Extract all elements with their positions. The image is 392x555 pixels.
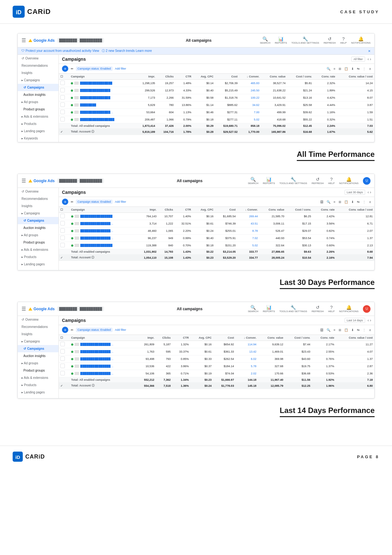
td-checkbox[interactable] — [59, 355, 70, 363]
td-campaign[interactable]: ███████████████ — [69, 94, 135, 102]
add-filter-button-30[interactable]: Add filter — [115, 200, 126, 203]
more-icon[interactable]: ⋮ — [363, 67, 366, 71]
notifications-icon-group[interactable]: 🔔NOTIFICATIONS — [351, 36, 371, 44]
sidebar-item-ad-groups-14[interactable]: ▸ Ad groups — [18, 360, 58, 367]
columns-icon-30[interactable]: ⊞ — [339, 200, 341, 204]
hamburger-icon-30[interactable]: ☰ — [21, 178, 26, 184]
sidebar-item-products[interactable]: ▸ Products — [18, 120, 58, 127]
td-campaign[interactable]: ████████████████ — [69, 80, 135, 87]
user-avatar-14[interactable]: U — [363, 305, 371, 313]
download-icon-30[interactable]: ⬇ — [351, 200, 354, 204]
td-campaign[interactable]: ████████████████████ — [70, 363, 137, 370]
td-campaign[interactable]: ██████████████████████ — [69, 109, 135, 116]
sidebar-item-recommendations-30[interactable]: Recommendations — [18, 195, 58, 202]
td-checkbox[interactable] — [59, 235, 70, 242]
sidebar-item-landing-pages-14[interactable]: ▸ Landing pages — [18, 389, 58, 396]
sidebar-item-product-groups-14[interactable]: Product groups — [18, 367, 58, 374]
sidebar-item-product-groups-30[interactable]: Product groups — [18, 239, 58, 246]
sidebar-item-insights[interactable]: Insights — [18, 69, 58, 77]
nav-arrows[interactable]: ‹ › — [368, 57, 371, 61]
pencil-icon-30[interactable]: ✏ — [71, 200, 73, 204]
sidebar-item-product-groups[interactable]: Product groups — [18, 106, 58, 113]
notifications-icon-group-30[interactable]: 🔔NOTIFICATIONS — [339, 177, 358, 185]
td-checkbox[interactable] — [59, 94, 69, 102]
td-checkbox[interactable] — [59, 213, 70, 220]
td-campaign[interactable]: ████████████████ — [70, 242, 136, 249]
td-campaign[interactable]: ████████████████████ — [70, 355, 137, 363]
refresh-icon-group-30[interactable]: ↺REFRESH — [312, 177, 324, 185]
td-checkbox[interactable] — [59, 363, 70, 370]
sidebar-item-campaigns-header-14[interactable]: ▸ Campaigns — [18, 338, 58, 345]
sidebar-item-auction-insights[interactable]: Auction insights — [18, 91, 58, 98]
notifications-icon-group-14[interactable]: 🔔NOTIFICATIONS — [339, 305, 358, 313]
td-checkbox[interactable] — [59, 341, 70, 348]
add-filter-button-14[interactable]: Add filter — [115, 328, 126, 331]
sidebar-item-ad-groups[interactable]: ▸ Ad groups — [18, 98, 58, 106]
sidebar-item-landing-pages[interactable]: ▸ Landing pages — [18, 127, 58, 135]
search-icon-group[interactable]: 🔍SEARCH — [260, 36, 270, 44]
td-checkbox[interactable] — [59, 87, 69, 94]
search-icon[interactable]: 🔍 — [327, 67, 330, 71]
photo-icon-30[interactable]: 🖼 — [320, 200, 323, 204]
reports-icon-group-14[interactable]: 📊REPORTS — [263, 305, 275, 313]
help-icon-group[interactable]: ?HELP — [340, 36, 347, 44]
photo-icon-14[interactable]: 🖼 — [320, 328, 323, 332]
columns-icon[interactable]: ⊞ — [339, 67, 341, 71]
refresh-icon-group[interactable]: ↺REFRESH — [324, 36, 336, 44]
segment-icon[interactable]: ≡ — [334, 67, 335, 71]
hamburger-icon[interactable]: ☰ — [21, 37, 26, 43]
td-checkbox[interactable] — [59, 109, 69, 116]
collapse-icon-30[interactable]: ∧ — [369, 200, 371, 204]
segment-icon-30[interactable]: ≡ — [334, 200, 335, 204]
td-checkbox[interactable] — [59, 116, 69, 123]
add-campaign-button-14[interactable]: + — [62, 327, 68, 333]
sidebar-item-overview-30[interactable]: ↺ Overview — [18, 188, 58, 195]
td-checkbox[interactable] — [59, 220, 70, 227]
sidebar-item-ad-groups-30[interactable]: ▸ Ad groups — [18, 231, 58, 239]
td-campaign[interactable]: ██████████████████████ — [70, 235, 136, 242]
help-icon-group-14[interactable]: ?HELP — [328, 305, 335, 313]
collapse-icon-14[interactable]: ∧ — [369, 328, 371, 332]
sidebar-item-auction-insights-14[interactable]: Auction insights — [18, 352, 58, 360]
add-campaign-button[interactable]: + — [62, 65, 68, 72]
expand-icon[interactable]: ⇆ — [357, 67, 359, 71]
refresh-icon-group-14[interactable]: ↺REFRESH — [312, 305, 324, 313]
pencil-icon[interactable]: ✏ — [71, 67, 73, 71]
td-campaign[interactable]: ████████ — [69, 102, 135, 109]
tools-icon-group[interactable]: 🔧TOOLS AND SETTINGS — [291, 36, 319, 44]
columns-icon-14[interactable]: ⊞ — [339, 328, 341, 332]
td-checkbox[interactable] — [59, 227, 70, 235]
td-campaign[interactable]: ███████████████ — [69, 87, 135, 94]
search-icon-14[interactable]: 🔍 — [327, 328, 330, 332]
collapse-icon[interactable]: ∧ — [369, 67, 371, 71]
segment-icon-14[interactable]: ≡ — [334, 328, 335, 332]
td-checkbox[interactable] — [59, 102, 69, 109]
reports-icon-group-30[interactable]: 📊REPORTS — [263, 177, 275, 185]
date-filter[interactable]: All filter — [351, 57, 365, 62]
td-campaign[interactable]: ███████████████████ — [70, 220, 136, 227]
more-icon-30[interactable]: ⋮ — [363, 200, 366, 204]
nav-arrows-30[interactable]: ‹ › — [368, 190, 371, 194]
td-campaign[interactable]: ███████████████████ — [70, 227, 136, 235]
td-checkbox[interactable] — [59, 242, 70, 249]
reports-icon-30[interactable]: 📋 — [344, 200, 348, 204]
sidebar-item-campaigns[interactable]: ↺ Campaigns — [18, 84, 58, 91]
expand-icon-14[interactable]: ⇆ — [357, 328, 359, 332]
td-campaign[interactable]: █████████████████ — [69, 116, 135, 123]
reports-icon-14[interactable]: 📋 — [344, 328, 348, 332]
more-icon-14[interactable]: ⋮ — [363, 328, 366, 332]
sidebar-item-campaigns-header-30[interactable]: ▸ Campaigns — [18, 210, 58, 217]
search-icon-30[interactable]: 🔍 — [327, 200, 330, 204]
sidebar-item-products-14[interactable]: ▸ Products — [18, 381, 58, 389]
download-icon-14[interactable]: ⬇ — [351, 328, 354, 332]
sidebar-item-auction-insights-30[interactable]: Auction insights — [18, 224, 58, 231]
sidebar-item-insights-30[interactable]: Insights — [18, 202, 58, 210]
tools-icon-group-30[interactable]: 🔧TOOLS AND SETTINGS — [279, 177, 307, 185]
nav-arrows-14[interactable]: ‹ › — [368, 318, 371, 323]
notif-close-icon[interactable]: ✕ — [368, 49, 371, 53]
sidebar-item-campaigns-14[interactable]: ↺ Campaigns — [18, 345, 58, 352]
td-campaign[interactable]: ███████████████████ — [70, 348, 137, 355]
td-checkbox[interactable] — [59, 80, 69, 87]
search-icon-group-14[interactable]: 🔍SEARCH — [248, 305, 258, 313]
td-checkbox[interactable] — [59, 370, 70, 377]
